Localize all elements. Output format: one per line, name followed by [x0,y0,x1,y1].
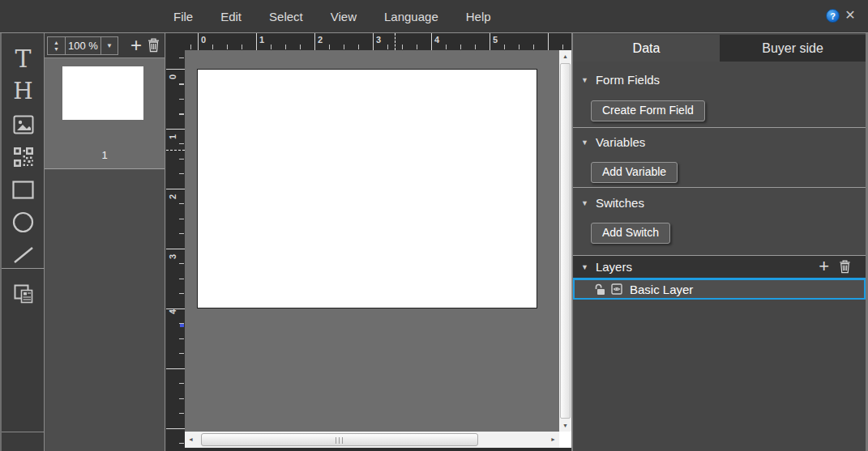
menu-help[interactable]: Help [466,10,491,23]
menu-view[interactable]: View [331,10,357,23]
rectangle-tool-button[interactable] [2,173,45,206]
horizontal-scrollbar-thumb[interactable] [201,433,478,446]
variables-header[interactable]: ▼ Variables [581,135,645,149]
heading-tool-button[interactable]: H [2,75,45,108]
tab-buyer-side[interactable]: Buyer side [720,35,866,62]
heading-tool-icon: H [13,80,32,103]
right-panel-tabs: Data Buyer side [573,35,866,62]
section-title: Switches [596,196,644,210]
ruler-label: 2 [168,191,179,202]
stepper-down-icon: ▼ [53,46,59,52]
ruler-label: 3 [168,251,179,262]
tool-rail: T H [0,33,45,451]
text-tool-icon: T [15,47,31,71]
menu-edit[interactable]: Edit [220,10,242,23]
rectangle-tool-icon [12,181,34,199]
scrollbar-corner [559,432,571,448]
delete-layer-button[interactable] [839,260,851,274]
switches-header[interactable]: ▼ Switches [581,196,644,210]
vertical-scrollbar[interactable]: ▲ ▼ [559,50,571,432]
close-icon[interactable]: ✕ [843,7,857,23]
canvas-area: 0 1 2 3 4 5 0 1 2 3 4 ▲ ▼ ◄ ► [166,33,571,451]
section-title: Form Fields [596,73,660,87]
right-panel: Data Buyer side ▼ Form Fields Create For… [573,33,866,451]
zoom-level-value[interactable]: 100 % [66,36,101,55]
scroll-up-icon[interactable]: ▲ [559,50,571,62]
ruler-label: 0 [201,35,206,45]
menu-select[interactable]: Select [269,10,303,23]
section-switches: ▼ Switches Add Switch [573,188,866,256]
visibility-checkbox-icon[interactable] [611,283,622,295]
line-tool-button[interactable] [2,239,45,271]
layers-header: ▼ Layers + [573,256,866,278]
scroll-right-icon[interactable]: ► [547,432,559,448]
stepper-up-icon: ▲ [53,40,59,45]
menu-file[interactable]: File [173,10,193,23]
add-page-button[interactable]: + [126,35,147,56]
image-tool-button[interactable] [2,108,45,141]
scrollbar-grip-icon [336,437,344,444]
add-switch-button[interactable]: Add Switch [591,223,670,244]
page-thumbnail[interactable] [62,66,143,120]
layer-row-basic-layer[interactable]: Basic Layer [573,278,866,300]
chevron-down-icon: ▼ [106,42,113,49]
collapse-triangle-icon: ▼ [581,263,588,271]
ellipse-tool-icon [12,211,34,233]
page-number-label: 1 [45,149,165,161]
trash-icon [148,38,160,53]
menu-items: File Edit Select View Language Help [173,0,491,32]
menu-language[interactable]: Language [384,10,438,23]
vertical-scrollbar-thumb[interactable] [560,63,571,419]
ruler-label: 1 [259,35,264,45]
ruler-label: 2 [318,35,323,45]
section-variables: ▼ Variables Add Variable [573,128,866,188]
zoom-dropdown-button[interactable]: ▼ [101,36,118,55]
ruler-label: 1 [168,131,179,143]
image-tool-icon [13,115,34,134]
help-icon[interactable]: ? [826,9,840,23]
page-thumbnail-list: 1 [45,58,165,169]
ruler-label: 5 [493,35,498,45]
layer-name: Basic Layer [630,283,693,296]
delete-page-button[interactable] [148,38,160,53]
qr-code-tool-icon [13,147,34,168]
horizontal-ruler: 0 1 2 3 4 5 [166,33,571,50]
document-image-tool-button[interactable] [2,278,45,310]
vertical-ruler: 0 1 2 3 4 [166,50,185,451]
horizontal-scrollbar[interactable]: ◄ ► [185,432,559,448]
ellipse-tool-button[interactable] [2,206,45,238]
collapse-triangle-icon: ▼ [581,138,588,147]
menu-bar: File Edit Select View Language Help ? ✕ [0,0,868,33]
tool-rail-bottom-separator [2,432,45,432]
collapse-triangle-icon: ▼ [581,76,588,84]
ruler-label: 3 [376,35,381,45]
scroll-left-icon[interactable]: ◄ [185,432,197,448]
ruler-label: 4 [434,35,439,45]
unlock-icon[interactable] [594,283,605,296]
canvas-viewport[interactable] [185,50,559,432]
trash-icon [839,260,851,274]
form-fields-header[interactable]: ▼ Form Fields [581,73,660,87]
layers-collapse[interactable]: ▼ Layers [581,260,632,274]
document-page[interactable] [197,69,537,308]
tool-rail-separator [2,268,45,269]
section-title: Layers [596,260,632,274]
ruler-blue-marker [180,324,184,327]
ruler-label: 0 [168,71,179,83]
pages-panel: ▲ ▼ 100 % ▼ + 1 [45,33,165,451]
section-title: Variables [596,135,645,149]
scroll-down-icon[interactable]: ▼ [559,419,571,432]
line-tool-icon [12,245,35,265]
text-tool-button[interactable]: T [2,43,45,75]
document-image-tool-icon [12,283,35,305]
cursor-position-indicator-horizontal [395,33,396,50]
zoom-stepper[interactable]: ▲ ▼ [47,36,66,55]
ruler-label: 4 [168,306,179,317]
add-layer-button[interactable]: + [819,256,829,276]
add-variable-button[interactable]: Add Variable [591,162,678,183]
barcode-tool-button[interactable] [2,141,45,173]
zoom-combo: ▲ ▼ 100 % ▼ [47,36,118,55]
tab-data[interactable]: Data [573,35,720,62]
create-form-field-button[interactable]: Create Form Field [591,100,705,121]
section-form-fields: ▼ Form Fields Create Form Field [573,62,866,128]
